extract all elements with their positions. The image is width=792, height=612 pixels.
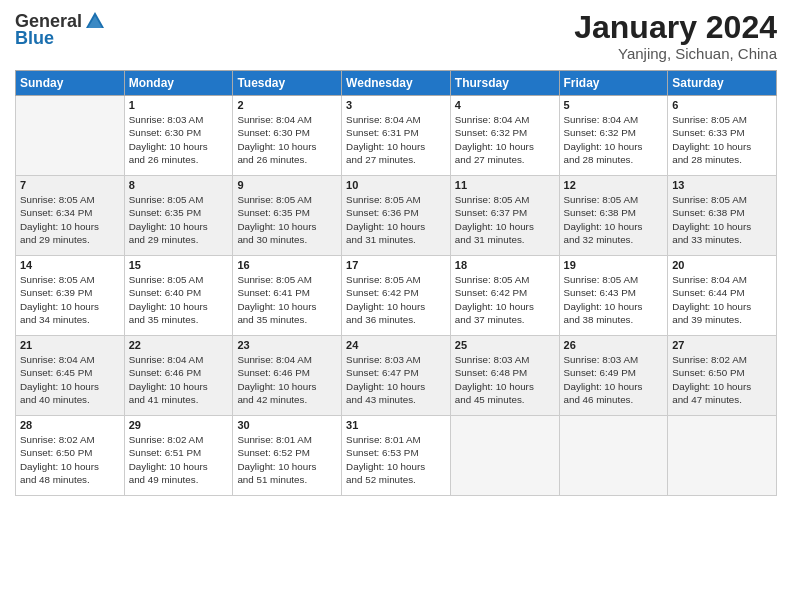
day-info: Sunrise: 8:05 AM Sunset: 6:36 PM Dayligh… <box>346 193 446 246</box>
page: General Blue January 2024 Yanjing, Sichu… <box>0 0 792 612</box>
table-row <box>559 416 668 496</box>
day-number: 19 <box>564 259 664 271</box>
calendar-table: Sunday Monday Tuesday Wednesday Thursday… <box>15 70 777 496</box>
day-number: 27 <box>672 339 772 351</box>
table-row: 16Sunrise: 8:05 AM Sunset: 6:41 PM Dayli… <box>233 256 342 336</box>
col-monday: Monday <box>124 71 233 96</box>
day-number: 17 <box>346 259 446 271</box>
day-number: 11 <box>455 179 555 191</box>
day-number: 29 <box>129 419 229 431</box>
col-tuesday: Tuesday <box>233 71 342 96</box>
col-saturday: Saturday <box>668 71 777 96</box>
day-number: 1 <box>129 99 229 111</box>
day-info: Sunrise: 8:04 AM Sunset: 6:46 PM Dayligh… <box>237 353 337 406</box>
table-row: 9Sunrise: 8:05 AM Sunset: 6:35 PM Daylig… <box>233 176 342 256</box>
table-row <box>668 416 777 496</box>
day-number: 6 <box>672 99 772 111</box>
table-row: 10Sunrise: 8:05 AM Sunset: 6:36 PM Dayli… <box>342 176 451 256</box>
table-row: 22Sunrise: 8:04 AM Sunset: 6:46 PM Dayli… <box>124 336 233 416</box>
col-thursday: Thursday <box>450 71 559 96</box>
table-row: 25Sunrise: 8:03 AM Sunset: 6:48 PM Dayli… <box>450 336 559 416</box>
day-info: Sunrise: 8:02 AM Sunset: 6:51 PM Dayligh… <box>129 433 229 486</box>
day-info: Sunrise: 8:04 AM Sunset: 6:31 PM Dayligh… <box>346 113 446 166</box>
day-number: 28 <box>20 419 120 431</box>
day-number: 30 <box>237 419 337 431</box>
table-row: 15Sunrise: 8:05 AM Sunset: 6:40 PM Dayli… <box>124 256 233 336</box>
header: General Blue January 2024 Yanjing, Sichu… <box>15 10 777 62</box>
day-info: Sunrise: 8:03 AM Sunset: 6:49 PM Dayligh… <box>564 353 664 406</box>
table-row: 23Sunrise: 8:04 AM Sunset: 6:46 PM Dayli… <box>233 336 342 416</box>
table-row: 28Sunrise: 8:02 AM Sunset: 6:50 PM Dayli… <box>16 416 125 496</box>
day-number: 18 <box>455 259 555 271</box>
day-number: 14 <box>20 259 120 271</box>
table-row: 7Sunrise: 8:05 AM Sunset: 6:34 PM Daylig… <box>16 176 125 256</box>
day-info: Sunrise: 8:05 AM Sunset: 6:37 PM Dayligh… <box>455 193 555 246</box>
table-row: 29Sunrise: 8:02 AM Sunset: 6:51 PM Dayli… <box>124 416 233 496</box>
table-row: 21Sunrise: 8:04 AM Sunset: 6:45 PM Dayli… <box>16 336 125 416</box>
day-info: Sunrise: 8:03 AM Sunset: 6:48 PM Dayligh… <box>455 353 555 406</box>
day-info: Sunrise: 8:04 AM Sunset: 6:45 PM Dayligh… <box>20 353 120 406</box>
day-info: Sunrise: 8:04 AM Sunset: 6:44 PM Dayligh… <box>672 273 772 326</box>
day-number: 26 <box>564 339 664 351</box>
day-number: 5 <box>564 99 664 111</box>
table-row: 8Sunrise: 8:05 AM Sunset: 6:35 PM Daylig… <box>124 176 233 256</box>
day-number: 12 <box>564 179 664 191</box>
day-number: 22 <box>129 339 229 351</box>
day-info: Sunrise: 8:03 AM Sunset: 6:47 PM Dayligh… <box>346 353 446 406</box>
calendar-header-row: Sunday Monday Tuesday Wednesday Thursday… <box>16 71 777 96</box>
day-info: Sunrise: 8:05 AM Sunset: 6:38 PM Dayligh… <box>564 193 664 246</box>
table-row: 26Sunrise: 8:03 AM Sunset: 6:49 PM Dayli… <box>559 336 668 416</box>
day-info: Sunrise: 8:05 AM Sunset: 6:33 PM Dayligh… <box>672 113 772 166</box>
day-number: 4 <box>455 99 555 111</box>
table-row <box>450 416 559 496</box>
day-number: 3 <box>346 99 446 111</box>
day-number: 2 <box>237 99 337 111</box>
day-info: Sunrise: 8:05 AM Sunset: 6:34 PM Dayligh… <box>20 193 120 246</box>
day-info: Sunrise: 8:05 AM Sunset: 6:38 PM Dayligh… <box>672 193 772 246</box>
calendar-week-row: 14Sunrise: 8:05 AM Sunset: 6:39 PM Dayli… <box>16 256 777 336</box>
day-info: Sunrise: 8:05 AM Sunset: 6:40 PM Dayligh… <box>129 273 229 326</box>
month-title: January 2024 <box>574 10 777 45</box>
location: Yanjing, Sichuan, China <box>574 45 777 62</box>
day-number: 10 <box>346 179 446 191</box>
day-number: 25 <box>455 339 555 351</box>
day-info: Sunrise: 8:05 AM Sunset: 6:41 PM Dayligh… <box>237 273 337 326</box>
day-info: Sunrise: 8:01 AM Sunset: 6:53 PM Dayligh… <box>346 433 446 486</box>
title-block: January 2024 Yanjing, Sichuan, China <box>574 10 777 62</box>
day-number: 16 <box>237 259 337 271</box>
table-row: 1Sunrise: 8:03 AM Sunset: 6:30 PM Daylig… <box>124 96 233 176</box>
day-info: Sunrise: 8:02 AM Sunset: 6:50 PM Dayligh… <box>20 433 120 486</box>
table-row: 17Sunrise: 8:05 AM Sunset: 6:42 PM Dayli… <box>342 256 451 336</box>
day-info: Sunrise: 8:01 AM Sunset: 6:52 PM Dayligh… <box>237 433 337 486</box>
table-row: 11Sunrise: 8:05 AM Sunset: 6:37 PM Dayli… <box>450 176 559 256</box>
table-row: 20Sunrise: 8:04 AM Sunset: 6:44 PM Dayli… <box>668 256 777 336</box>
table-row: 30Sunrise: 8:01 AM Sunset: 6:52 PM Dayli… <box>233 416 342 496</box>
col-sunday: Sunday <box>16 71 125 96</box>
day-info: Sunrise: 8:04 AM Sunset: 6:32 PM Dayligh… <box>455 113 555 166</box>
day-number: 9 <box>237 179 337 191</box>
table-row: 18Sunrise: 8:05 AM Sunset: 6:42 PM Dayli… <box>450 256 559 336</box>
logo-icon <box>84 10 106 32</box>
table-row: 24Sunrise: 8:03 AM Sunset: 6:47 PM Dayli… <box>342 336 451 416</box>
day-info: Sunrise: 8:04 AM Sunset: 6:32 PM Dayligh… <box>564 113 664 166</box>
table-row: 12Sunrise: 8:05 AM Sunset: 6:38 PM Dayli… <box>559 176 668 256</box>
table-row: 13Sunrise: 8:05 AM Sunset: 6:38 PM Dayli… <box>668 176 777 256</box>
day-info: Sunrise: 8:05 AM Sunset: 6:43 PM Dayligh… <box>564 273 664 326</box>
day-number: 13 <box>672 179 772 191</box>
day-info: Sunrise: 8:04 AM Sunset: 6:46 PM Dayligh… <box>129 353 229 406</box>
day-number: 24 <box>346 339 446 351</box>
calendar-week-row: 1Sunrise: 8:03 AM Sunset: 6:30 PM Daylig… <box>16 96 777 176</box>
day-number: 15 <box>129 259 229 271</box>
calendar-week-row: 21Sunrise: 8:04 AM Sunset: 6:45 PM Dayli… <box>16 336 777 416</box>
table-row: 6Sunrise: 8:05 AM Sunset: 6:33 PM Daylig… <box>668 96 777 176</box>
day-number: 21 <box>20 339 120 351</box>
table-row: 4Sunrise: 8:04 AM Sunset: 6:32 PM Daylig… <box>450 96 559 176</box>
day-number: 7 <box>20 179 120 191</box>
day-number: 31 <box>346 419 446 431</box>
day-info: Sunrise: 8:02 AM Sunset: 6:50 PM Dayligh… <box>672 353 772 406</box>
table-row: 14Sunrise: 8:05 AM Sunset: 6:39 PM Dayli… <box>16 256 125 336</box>
day-info: Sunrise: 8:05 AM Sunset: 6:42 PM Dayligh… <box>346 273 446 326</box>
table-row: 3Sunrise: 8:04 AM Sunset: 6:31 PM Daylig… <box>342 96 451 176</box>
table-row: 19Sunrise: 8:05 AM Sunset: 6:43 PM Dayli… <box>559 256 668 336</box>
col-friday: Friday <box>559 71 668 96</box>
